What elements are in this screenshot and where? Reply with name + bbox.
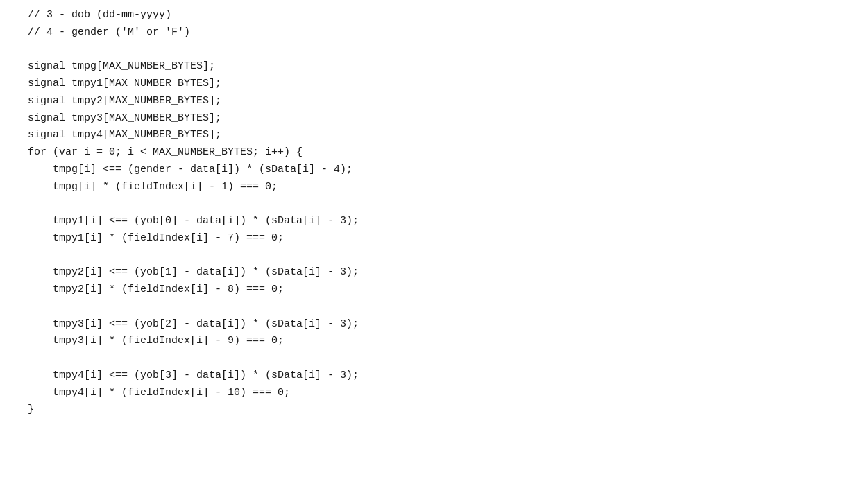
code-line-l21 (28, 350, 852, 367)
code-line-l15 (28, 247, 852, 265)
code-line-l5: signal tmpy1[MAX_NUMBER_BYTES]; (28, 76, 852, 93)
code-line-l13: tmpy1[i] <== (yob[0] - data[i]) * (sData… (28, 213, 852, 230)
code-line-l19: tmpy3[i] <== (yob[2] - data[i]) * (sData… (28, 316, 852, 333)
code-line-l9: for (var i = 0; i < MAX_NUMBER_BYTES; i+… (28, 144, 852, 162)
code-line-l16: tmpy2[i] <== (yob[1] - data[i]) * (sData… (28, 264, 852, 281)
code-line-l1: // 3 - dob (dd-mm-yyyy) (28, 7, 852, 24)
code-line-l3 (28, 42, 852, 59)
code-line-l6: signal tmpy2[MAX_NUMBER_BYTES]; (28, 93, 852, 110)
code-line-l2: // 4 - gender ('M' or 'F') (28, 24, 852, 42)
code-line-l11: tmpg[i] * (fieldIndex[i] - 1) === 0; (28, 179, 852, 196)
code-line-l7: signal tmpy3[MAX_NUMBER_BYTES]; (28, 110, 852, 128)
code-line-l17: tmpy2[i] * (fieldIndex[i] - 8) === 0; (28, 281, 852, 299)
code-line-l10: tmpg[i] <== (gender - data[i]) * (sData[… (28, 162, 852, 179)
code-line-l4: signal tmpg[MAX_NUMBER_BYTES]; (28, 58, 852, 76)
code-line-l18 (28, 299, 852, 316)
code-line-l20: tmpy3[i] * (fieldIndex[i] - 9) === 0; (28, 333, 852, 350)
code-line-l24: } (28, 401, 852, 419)
code-line-l8: signal tmpy4[MAX_NUMBER_BYTES]; (28, 127, 852, 144)
code-line-l12 (28, 195, 852, 213)
code-editor: // 3 - dob (dd-mm-yyyy)// 4 - gender ('M… (0, 0, 866, 433)
code-line-l22: tmpy4[i] <== (yob[3] - data[i]) * (sData… (28, 367, 852, 385)
code-line-l14: tmpy1[i] * (fieldIndex[i] - 7) === 0; (28, 230, 852, 247)
code-line-l23: tmpy4[i] * (fieldIndex[i] - 10) === 0; (28, 385, 852, 402)
